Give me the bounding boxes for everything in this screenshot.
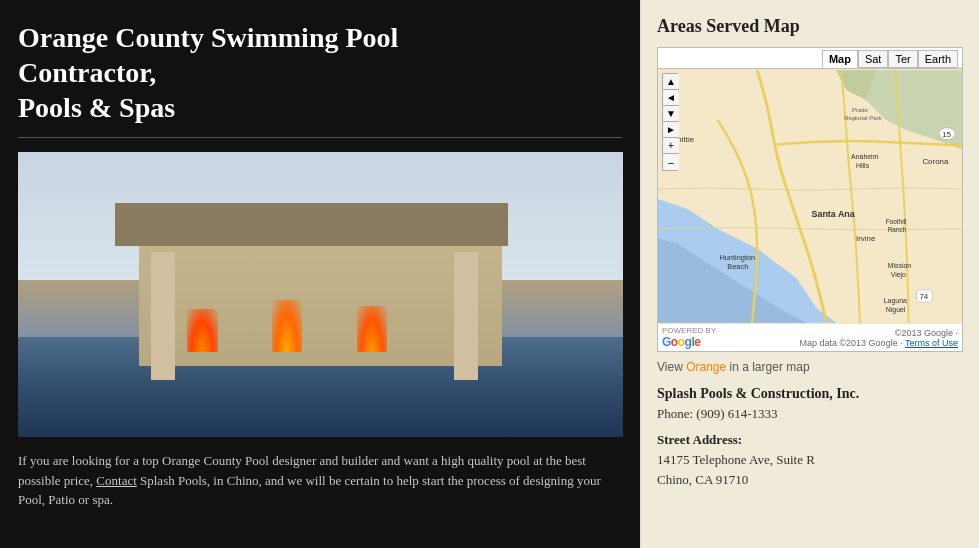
map-tabs: Map Sat Ter Earth [658,48,962,69]
svg-text:Prado: Prado [852,107,869,113]
map-link-row: View Orange in a larger map [657,360,963,374]
map-down-btn[interactable]: ▼ [663,106,679,122]
svg-text:Ranch: Ranch [888,226,907,233]
address-label: Street Address: [657,432,963,448]
sidebar: Areas Served Map Map Sat Ter Earth [640,0,979,548]
map-copyright: ©2013 Google · Map data ©2013 Google · T… [799,328,958,348]
svg-text:74: 74 [919,292,928,301]
map-zoom-out-btn[interactable]: – [663,154,679,170]
map-left-btn[interactable]: ◄ [663,90,679,106]
map-tab-sat[interactable]: Sat [858,50,889,68]
address-text: 14175 Telephone Ave, Suite R Chino, CA 9… [657,450,963,489]
map-visual[interactable]: Whittie Anaheim Hills Corona Santa Ana H… [658,69,962,324]
title-divider [18,137,622,138]
svg-text:Laguna: Laguna [884,297,907,305]
main-content: Orange County Swimming Pool Contractor, … [0,0,640,548]
map-zoom-in-btn[interactable]: + [663,138,679,154]
map-controls: ▲ ◄ ▼ ► + – [662,73,678,171]
svg-text:Corona: Corona [922,157,949,166]
svg-text:15: 15 [942,130,951,139]
page-title: Orange County Swimming Pool Contractor, … [18,20,622,125]
svg-text:Regional Park: Regional Park [844,115,881,121]
map-tab-map[interactable]: Map [822,50,858,68]
map-data-text: Map data ©2013 Google · Terms of Use [799,338,958,348]
svg-text:Viejo: Viejo [891,271,906,279]
copyright-text: ©2013 Google · [799,328,958,338]
google-logo: Google [662,335,716,349]
svg-text:Niguel: Niguel [886,306,906,314]
svg-text:Anaheim: Anaheim [851,153,879,160]
google-branding: POWERED BY Google [662,326,716,349]
phone: Phone: (909) 614-1333 [657,406,963,422]
map-svg: Whittie Anaheim Hills Corona Santa Ana H… [658,69,962,324]
pool-image [18,152,623,437]
svg-text:Hills: Hills [856,162,870,169]
map-tab-ter[interactable]: Ter [888,50,917,68]
contact-link[interactable]: Contact [96,473,136,488]
svg-text:Santa Ana: Santa Ana [811,209,855,219]
description-text: If you are looking for a top Orange Coun… [18,451,622,510]
map-footer: POWERED BY Google ©2013 Google · Map dat… [658,324,962,351]
map-container: Map Sat Ter Earth [657,47,963,352]
svg-text:Beach: Beach [727,262,748,271]
svg-text:Huntington: Huntington [719,253,755,262]
business-name: Splash Pools & Construction, Inc. [657,386,963,402]
map-up-btn[interactable]: ▲ [663,74,679,90]
view-larger-map-link[interactable]: Orange [686,360,726,374]
powered-by-text: POWERED BY [662,326,716,335]
terms-link[interactable]: Terms of Use [905,338,958,348]
map-tab-earth[interactable]: Earth [918,50,958,68]
svg-text:Foothill: Foothill [886,218,907,225]
svg-text:Mission: Mission [888,262,912,269]
sidebar-title: Areas Served Map [657,16,963,37]
map-right-btn[interactable]: ► [663,122,679,138]
svg-text:Irvine: Irvine [856,234,876,243]
